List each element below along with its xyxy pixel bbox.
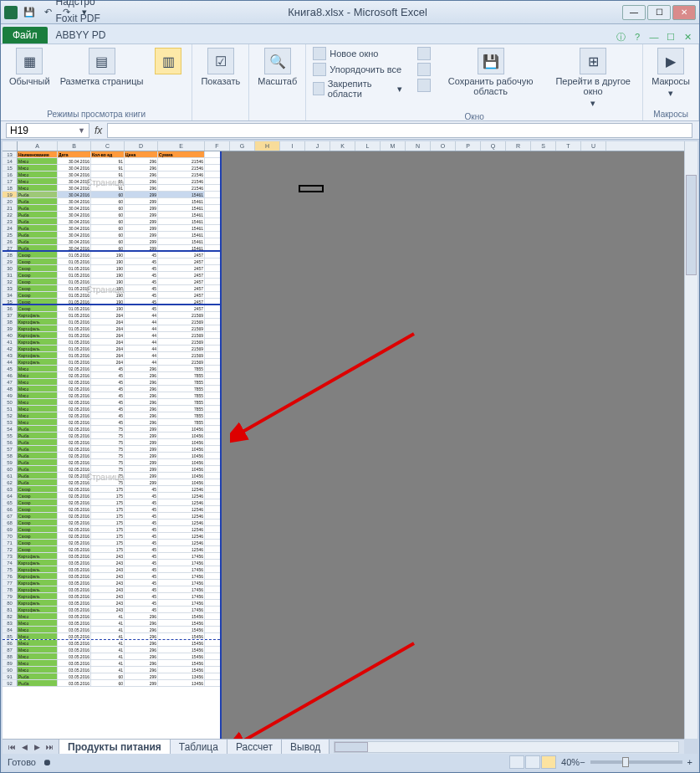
cell[interactable]: 01.05.2016	[58, 279, 91, 284]
table-row[interactable]: 66Сахар02.05.20161754512546	[3, 506, 220, 513]
cell[interactable]: 91	[91, 178, 125, 184]
table-row[interactable]: 49Мясо02.05.2016452967855	[3, 392, 220, 399]
cell[interactable]: Мясо	[18, 412, 58, 418]
cell[interactable]: 296	[125, 633, 158, 639]
cell[interactable]: Мясо	[18, 667, 58, 673]
page-layout-button[interactable]: ▤Разметка страницы	[57, 46, 147, 88]
cell[interactable]: 02.05.2016	[58, 372, 91, 378]
tab-nav-prev-icon[interactable]: ◀	[18, 741, 30, 753]
row-header[interactable]: 66	[3, 506, 18, 512]
cell[interactable]: 03.05.2016	[58, 593, 91, 599]
cell[interactable]: Сахар	[18, 259, 58, 264]
close-button[interactable]: ✕	[672, 5, 696, 20]
row-header[interactable]: 44	[3, 359, 18, 365]
cell[interactable]: 45	[125, 493, 158, 499]
column-header[interactable]: D	[125, 141, 158, 151]
row-header[interactable]: 43	[3, 352, 18, 358]
cell[interactable]: 296	[125, 412, 158, 418]
table-row[interactable]: 86Мясо03.05.20164129615456	[3, 640, 220, 647]
cell[interactable]: 45	[125, 586, 158, 592]
vertical-scroll-thumb[interactable]	[686, 175, 697, 275]
cell[interactable]: Мясо	[18, 613, 58, 619]
cell[interactable]: 10456	[158, 426, 205, 432]
cell[interactable]: 30.04.2016	[58, 158, 91, 164]
cell[interactable]: 296	[125, 379, 158, 385]
save-workspace-button[interactable]: 💾Сохранить рабочую область	[436, 46, 545, 98]
doc-restore-icon[interactable]: ☐	[664, 30, 677, 44]
sheet-tab[interactable]: Рассчет	[227, 739, 282, 755]
table-row[interactable]: 15Мясо30.04.20169129621546	[3, 165, 220, 171]
cell[interactable]: 45	[125, 526, 158, 532]
cell[interactable]: Мясо	[18, 633, 58, 639]
page-layout-view-icon[interactable]	[525, 755, 540, 769]
table-row[interactable]: 62Рыба02.05.20167529910456	[3, 479, 220, 486]
cell[interactable]: 10456	[158, 433, 205, 438]
table-row[interactable]: 17Мясо30.04.20169129621546Страница	[3, 178, 220, 185]
row-header[interactable]: 35	[3, 299, 18, 304]
row-header[interactable]: 27	[3, 245, 18, 250]
cell[interactable]: 296	[125, 185, 158, 191]
column-header[interactable]: S	[531, 141, 556, 151]
row-header[interactable]: 56	[3, 439, 18, 445]
cell[interactable]: 45	[125, 546, 158, 552]
cell[interactable]: 41	[91, 613, 125, 619]
table-row[interactable]: 33Сахар01.05.2016190452457Страница	[3, 285, 220, 292]
cell[interactable]: Мясо	[18, 372, 58, 378]
cell[interactable]: 10456	[158, 473, 205, 479]
cell[interactable]: 21546	[158, 171, 205, 177]
cell[interactable]: 243	[91, 600, 125, 606]
cell[interactable]: 60	[91, 245, 125, 250]
cell[interactable]: 41	[91, 660, 125, 666]
cell[interactable]: 01.05.2016	[58, 299, 91, 304]
cell[interactable]: 296	[125, 406, 158, 412]
cell[interactable]: 15456	[158, 667, 205, 673]
cell[interactable]: 02.05.2016	[58, 546, 91, 552]
cell[interactable]: 60	[91, 232, 125, 238]
cell[interactable]: Рыба	[18, 212, 58, 218]
cell[interactable]: Картофель	[18, 607, 58, 612]
header-cell[interactable]: Цена	[125, 151, 158, 157]
cell[interactable]: 264	[91, 312, 125, 318]
cell[interactable]: 44	[125, 359, 158, 365]
cell[interactable]: 01.05.2016	[58, 359, 91, 365]
cell[interactable]: 60	[91, 218, 125, 224]
row-header[interactable]: 90	[3, 667, 18, 673]
cell[interactable]: 296	[125, 178, 158, 184]
row-header[interactable]: 22	[3, 212, 18, 218]
cell[interactable]: Рыба	[18, 466, 58, 472]
cell[interactable]: 15456	[158, 640, 205, 646]
cell[interactable]: 17456	[158, 593, 205, 599]
cell[interactable]: 7855	[158, 412, 205, 418]
cell[interactable]: 296	[125, 386, 158, 392]
zoom-percent[interactable]: 40%	[561, 757, 580, 767]
cell[interactable]: 60	[91, 192, 125, 197]
row-header[interactable]: 77	[3, 580, 18, 586]
cell[interactable]: 2457	[158, 292, 205, 298]
cell[interactable]: Картофель	[18, 586, 58, 592]
cell[interactable]: 10456	[158, 459, 205, 465]
cell[interactable]: 296	[125, 647, 158, 653]
cell[interactable]: 296	[125, 613, 158, 619]
cell[interactable]: 75	[91, 453, 125, 458]
help-icon[interactable]: ?	[631, 30, 644, 44]
row-header[interactable]: 53	[3, 419, 18, 425]
table-row[interactable]: 30Сахар01.05.2016190452457	[3, 265, 220, 272]
cell[interactable]: 01.05.2016	[58, 325, 91, 331]
table-row[interactable]: 43Картофель01.05.20162644421569	[3, 352, 220, 359]
header-cell[interactable]: Сумма	[158, 151, 205, 157]
row-header[interactable]: 86	[3, 640, 18, 646]
row-header[interactable]: 34	[3, 292, 18, 298]
row-header[interactable]: 36	[3, 305, 18, 311]
cell[interactable]: 21546	[158, 165, 205, 171]
cell[interactable]: 7855	[158, 406, 205, 412]
cell[interactable]: Рыба	[18, 439, 58, 445]
cell[interactable]: 190	[91, 279, 125, 284]
cell[interactable]: 2457	[158, 252, 205, 258]
cell[interactable]: 45	[125, 553, 158, 559]
cell[interactable]: 2457	[158, 299, 205, 304]
table-row[interactable]: 34Сахар01.05.2016190452457	[3, 292, 220, 299]
column-header[interactable]: N	[406, 141, 431, 151]
cell[interactable]: 190	[91, 299, 125, 304]
cell[interactable]: 60	[91, 198, 125, 204]
cell[interactable]: 15456	[158, 647, 205, 653]
